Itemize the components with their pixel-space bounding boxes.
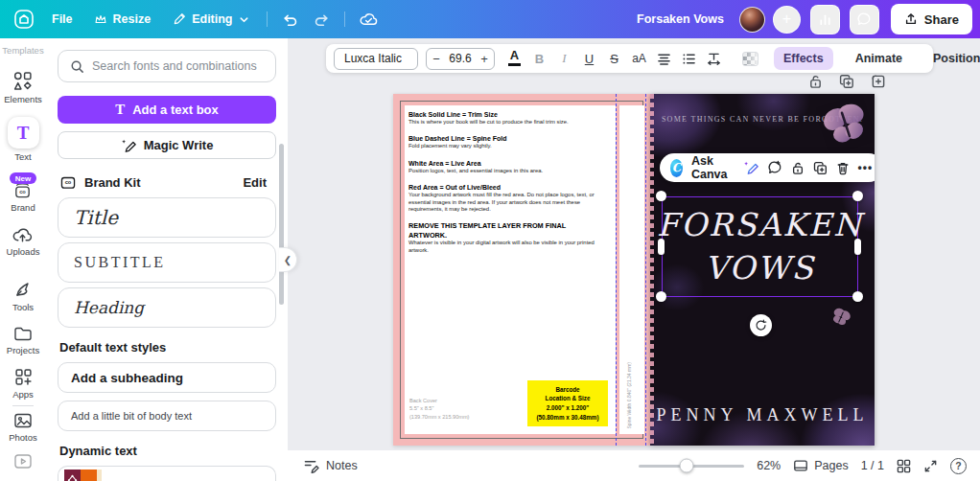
selection-handle-right[interactable]	[854, 239, 861, 255]
text-case-button[interactable]: aA	[628, 47, 650, 70]
spacing-button[interactable]	[703, 47, 725, 70]
sidebar-item-more[interactable]	[13, 454, 33, 470]
animate-button[interactable]: Animate	[847, 52, 911, 65]
cloud-check-icon	[360, 11, 378, 27]
font-family-value: Luxca Italic	[344, 52, 402, 65]
lock-icon[interactable]	[791, 161, 805, 175]
svg-text:co: co	[20, 189, 27, 195]
notes-button[interactable]: Notes	[303, 459, 358, 473]
pages-button[interactable]: Pages	[793, 459, 848, 472]
editing-mode-button[interactable]: Editing	[162, 5, 258, 34]
add-member-button[interactable]: +	[773, 6, 801, 34]
panel-scrollbar[interactable]	[279, 144, 284, 305]
transparency-button[interactable]	[738, 47, 760, 70]
zoom-level[interactable]: 62%	[757, 459, 781, 472]
sidebar-item-photos[interactable]: Photos	[9, 412, 37, 443]
magic-edit-icon[interactable]	[743, 160, 758, 175]
bold-button[interactable]: B	[528, 47, 550, 70]
strikethrough-button[interactable]: S	[603, 47, 625, 70]
grid-view-button[interactable]	[897, 459, 911, 473]
list-button[interactable]	[678, 47, 700, 70]
search-input[interactable]	[92, 59, 264, 73]
sidebar-item-templates[interactable]: Templates	[2, 42, 43, 56]
duplicate-page-button[interactable]	[839, 74, 854, 89]
dynamic-text-thumbnail	[64, 470, 102, 481]
add-page-button[interactable]	[871, 74, 886, 89]
brand-style-heading[interactable]: Heading	[58, 287, 276, 328]
brand-style-subtitle[interactable]: SUBTITLE	[58, 242, 276, 283]
effects-button[interactable]: Effects	[774, 47, 833, 70]
selection-handle-top-right[interactable]	[852, 191, 863, 201]
comment-add-icon[interactable]	[767, 160, 782, 175]
font-size-value[interactable]: 69.6	[446, 52, 475, 65]
home-icon	[13, 9, 35, 30]
font-size-increase-button[interactable]: +	[475, 52, 494, 66]
divider	[12, 405, 34, 406]
zoom-slider[interactable]	[639, 465, 744, 468]
sidebar-item-brand[interactable]: New co Brand	[10, 172, 36, 213]
sidebar-item-projects[interactable]: Projects	[7, 325, 39, 355]
selection-handle-left[interactable]	[658, 239, 665, 255]
instruction-section: Red Area = Out of Live/Bleed Your backgr…	[408, 183, 598, 214]
bottom-bar-right: 62% Pages 1 / 1 ?	[639, 458, 967, 474]
magic-write-button[interactable]: Magic Write	[58, 131, 276, 159]
text-align-button[interactable]	[653, 47, 675, 70]
brand-style-title[interactable]: Title	[58, 197, 276, 238]
pages-icon	[793, 459, 808, 472]
ask-canva-button[interactable]: Ask Canva	[691, 154, 734, 181]
sidebar-item-text[interactable]: T Text	[8, 117, 39, 162]
font-family-select[interactable]: Luxca Italic	[334, 48, 418, 70]
add-text-box-button[interactable]: T Add a text box	[58, 96, 276, 124]
panel-collapse-button[interactable]: ❮	[279, 247, 297, 272]
dynamic-text-title: Dynamic text	[59, 444, 276, 458]
title-selection-box[interactable]: FORSAKEN VOWS	[662, 196, 858, 297]
position-button[interactable]: Position	[924, 52, 980, 65]
comments-button[interactable]	[850, 5, 879, 34]
sidebar-item-apps[interactable]: Apps	[12, 368, 34, 400]
front-cover-page[interactable]: SOME THINGS CAN NEVER BE FORGOTTEN. C As…	[650, 94, 875, 446]
sidebar-item-uploads[interactable]: Uploads	[7, 225, 40, 257]
selection-handle-top-left[interactable]	[656, 191, 666, 201]
help-button[interactable]: ?	[950, 458, 967, 474]
delete-icon[interactable]	[836, 161, 850, 175]
add-body-text-card[interactable]: Add a little bit of body text	[58, 401, 276, 431]
home-button[interactable]	[8, 5, 40, 34]
fullscreen-button[interactable]	[923, 459, 938, 473]
share-button[interactable]: Share	[891, 4, 972, 34]
lock-page-button[interactable]	[808, 74, 823, 89]
file-menu-button[interactable]: File	[42, 5, 82, 34]
undo-button[interactable]	[275, 5, 305, 34]
add-subheading-card[interactable]: Add a subheading	[58, 362, 276, 393]
insights-button[interactable]	[810, 5, 840, 34]
document-title[interactable]: Forsaken Vows	[637, 12, 724, 26]
cover-title-line1[interactable]: FORSAKEN	[657, 204, 863, 247]
redo-button[interactable]	[307, 5, 337, 34]
selection-handle-bottom-left[interactable]	[656, 291, 666, 302]
resize-button[interactable]: Resize	[84, 5, 161, 34]
sidebar-item-elements[interactable]: Elements	[4, 71, 42, 104]
zoom-slider-thumb[interactable]	[679, 459, 693, 473]
rotate-handle[interactable]	[750, 314, 772, 336]
brand-kit-edit-link[interactable]: Edit	[243, 175, 267, 190]
comment-icon	[856, 11, 872, 27]
back-cover-page[interactable]: Spine Width 0.840" (21.34 mm) Black Soli…	[393, 94, 650, 446]
cloud-save-button[interactable]	[353, 5, 385, 34]
folder-icon	[13, 325, 33, 342]
duplicate-icon[interactable]	[813, 161, 828, 175]
font-search-box[interactable]	[58, 50, 276, 82]
instruction-section: REMOVE THIS TEMPLATE LAYER FROM FINAL AR…	[408, 221, 598, 254]
sidebar-item-tools[interactable]: Tools	[12, 280, 34, 312]
underline-button[interactable]: U	[578, 47, 600, 70]
selection-handle-bottom-right[interactable]	[852, 291, 863, 302]
chevron-down-icon	[239, 14, 249, 25]
italic-button[interactable]: I	[553, 47, 575, 70]
avatar[interactable]	[739, 7, 765, 33]
more-options-button[interactable]: •••	[858, 161, 874, 174]
dynamic-text-card[interactable]	[58, 466, 276, 481]
cover-title-line2[interactable]: VOWS	[705, 247, 815, 290]
share-upload-icon	[904, 12, 918, 26]
font-size-decrease-button[interactable]: −	[427, 52, 446, 66]
page-indicator: 1 / 1	[861, 459, 884, 472]
cover-author-name[interactable]: PENNY MAXWELL	[650, 405, 875, 425]
text-color-button[interactable]: A	[503, 47, 525, 70]
